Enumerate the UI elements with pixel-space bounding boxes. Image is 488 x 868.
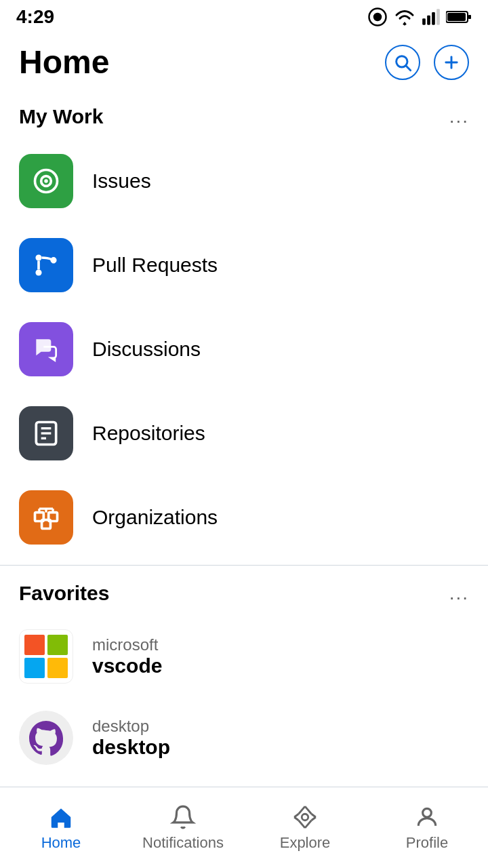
pull-requests-label: Pull Requests [92,254,218,277]
dnd-icon [367,7,388,27]
organizations-label: Organizations [92,506,218,529]
organizations-icon [19,490,73,545]
svg-line-34 [305,806,312,814]
nav-item-home[interactable]: Home [0,797,122,859]
svg-rect-5 [436,9,440,24]
favorites-section-header: Favorites ... [0,571,488,616]
list-item-issues[interactable]: Issues [0,139,488,223]
signal-icon [422,7,441,26]
wifi-icon [393,8,416,26]
list-item-organizations[interactable]: Organizations [0,475,488,559]
battery-icon [446,9,472,24]
discussions-label: Discussions [92,338,201,361]
svg-line-33 [299,806,306,814]
svg-rect-8 [468,15,471,19]
svg-point-16 [35,254,41,260]
svg-point-17 [35,269,41,275]
vscode-name: vscode [92,654,162,677]
ms-red-square [24,635,45,655]
svg-line-10 [406,66,410,70]
add-button[interactable] [434,45,469,80]
plus-icon [442,53,461,72]
my-work-more-button[interactable]: ... [449,106,469,127]
github-octocat-icon [26,717,66,758]
repositories-icon [19,406,73,460]
desktop-text: desktop desktop [92,717,170,759]
vscode-avatar [19,629,73,684]
issues-label: Issues [92,170,151,193]
pull-requests-icon [19,238,73,292]
ms-blue-square [24,658,45,678]
fav-item-desktop[interactable]: desktop desktop [0,697,488,778]
svg-rect-3 [427,16,430,25]
notifications-nav-label: Notifications [142,834,224,852]
explore-nav-icon [292,804,318,830]
svg-point-1 [373,13,382,22]
desktop-org: desktop [92,717,170,736]
status-icons [367,7,472,27]
main-content: My Work ... Issues Pull Requests [0,94,488,868]
nav-item-profile[interactable]: Profile [366,797,488,859]
nav-item-explore[interactable]: Explore [244,797,366,859]
svg-line-39 [294,817,298,821]
list-item-pull-requests[interactable]: Pull Requests [0,223,488,307]
fav-item-vscode[interactable]: microsoft vscode [0,616,488,697]
discussions-icon [19,322,73,376]
vscode-text: microsoft vscode [92,635,162,677]
svg-point-15 [44,179,48,183]
my-work-title: My Work [19,105,103,128]
search-button[interactable] [385,45,420,80]
explore-nav-label: Explore [280,834,331,852]
svg-rect-2 [422,18,426,24]
microsoft-grid-icon [24,635,68,678]
svg-point-31 [302,814,308,821]
svg-line-38 [299,820,306,827]
home-nav-label: Home [41,834,81,852]
svg-point-40 [423,808,432,817]
desktop-avatar [19,711,73,765]
status-time: 4:29 [16,6,54,28]
vscode-org: microsoft [92,635,162,654]
status-bar: 4:29 [0,0,488,33]
ms-yellow-square [47,658,68,678]
profile-nav-icon [414,804,440,830]
bottom-nav: Home Notifications Explore Profile [0,787,488,868]
page-title: Home [19,43,109,81]
list-item-repositories[interactable]: Repositories [0,391,488,475]
header: Home [0,33,488,94]
my-work-section-header: My Work ... [0,94,488,139]
repositories-label: Repositories [92,422,205,445]
favorites-title: Favorites [19,582,109,605]
svg-line-36 [312,817,316,821]
svg-rect-7 [447,13,466,21]
ms-green-square [47,635,68,655]
desktop-name: desktop [92,736,170,759]
favorites-more-button[interactable]: ... [449,583,469,604]
issues-icon [19,154,73,208]
notifications-nav-icon [170,804,196,830]
header-actions [385,45,469,80]
list-item-discussions[interactable]: Discussions [0,307,488,391]
nav-item-notifications[interactable]: Notifications [122,797,244,859]
svg-line-37 [305,820,312,827]
home-nav-icon [48,804,74,830]
svg-rect-4 [432,12,435,25]
profile-nav-label: Profile [406,834,448,852]
search-icon [393,53,412,72]
section-divider [0,565,488,566]
